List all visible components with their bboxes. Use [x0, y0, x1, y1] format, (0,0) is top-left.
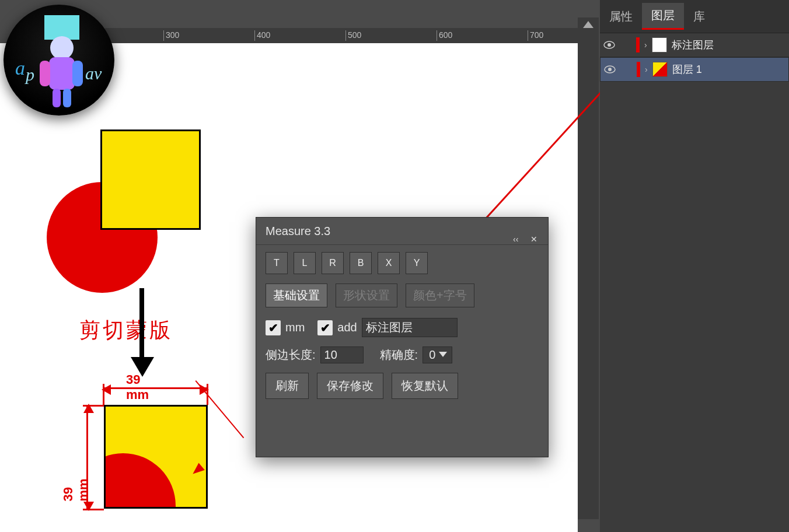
options-row: ✔ mm ✔ add 标注图层	[266, 318, 539, 337]
chevron-right-icon[interactable]: ›	[645, 65, 648, 74]
chevron-down-icon	[439, 352, 447, 357]
edge-button-row: T L R B X Y	[266, 252, 539, 274]
scroll-up-icon	[583, 21, 594, 28]
svg-rect-7	[53, 89, 61, 107]
action-row: 刷新 保存修改 恢复默认	[266, 373, 539, 399]
layer-row[interactable]: › 图层 1	[600, 57, 789, 82]
svg-rect-6	[72, 61, 83, 86]
ruler-tick: 500	[345, 30, 361, 41]
axis-x-button[interactable]: X	[378, 252, 400, 274]
side-panel: 属性 图层 库 › 标注图层 › 图层 1	[600, 0, 789, 532]
svg-text:a: a	[15, 57, 25, 79]
layer-color-swatch	[637, 62, 640, 77]
checkbox-add[interactable]: ✔	[317, 320, 333, 335]
tab-properties[interactable]: 属性	[600, 4, 642, 29]
visibility-icon[interactable]	[604, 65, 616, 74]
logo-badge: a p av	[4, 5, 114, 116]
tab-basic-settings[interactable]: 基础设置	[266, 284, 327, 307]
precision-label: 精确度:	[380, 347, 418, 363]
svg-point-15	[608, 68, 612, 71]
precision-select[interactable]: 0	[423, 346, 452, 363]
close-icon[interactable]: ✕	[530, 226, 540, 235]
edge-left-button[interactable]: L	[294, 252, 316, 274]
layer-row[interactable]: › 标注图层	[600, 33, 789, 57]
minimize-icon[interactable]: ‹‹	[513, 226, 522, 235]
layer-name: 标注图层	[672, 38, 714, 52]
panel-body: T L R B X Y 基础设置 形状设置 颜色+字号 ✔ mm ✔ add 标…	[256, 245, 548, 406]
svg-text:p: p	[25, 65, 34, 84]
vertical-scroll-strip[interactable]	[578, 18, 599, 519]
panel-title: Measure 3.3	[266, 225, 330, 237]
refresh-button[interactable]: 刷新	[266, 373, 309, 399]
layer-thumbnail	[652, 62, 668, 77]
app-root: 300 400 500 600 700 剪切蒙版 39 mm 39 mm	[0, 0, 789, 532]
dimension-left-label: 39 mm	[61, 478, 91, 501]
svg-point-13	[608, 43, 611, 47]
edge-right-button[interactable]: R	[322, 252, 344, 274]
svg-rect-8	[63, 89, 71, 107]
ruler-tick: 600	[437, 30, 452, 41]
chevron-right-icon[interactable]: ›	[644, 40, 647, 50]
layer-color-swatch	[636, 37, 640, 52]
arrow-down-icon	[134, 288, 149, 382]
svg-text:av: av	[85, 64, 102, 83]
visibility-icon[interactable]	[603, 41, 615, 49]
svg-rect-2	[44, 15, 79, 40]
numeric-row: 侧边长度: 10 精确度: 0	[266, 346, 539, 363]
checkbox-mm-label: mm	[285, 321, 305, 334]
tab-layers[interactable]: 图层	[642, 3, 684, 30]
svg-rect-5	[40, 61, 50, 86]
svg-point-3	[50, 36, 74, 60]
edge-bottom-button[interactable]: B	[350, 252, 372, 274]
tab-shape-settings[interactable]: 形状设置	[336, 284, 397, 307]
svg-rect-4	[49, 57, 75, 90]
checkbox-add-label: add	[337, 321, 357, 334]
clipping-mask-label: 剪切蒙版	[79, 316, 173, 345]
side-length-label: 侧边长度:	[266, 347, 316, 363]
clipped-red-circle	[104, 453, 176, 509]
horizontal-ruler: 300 400 500 600 700	[105, 28, 595, 43]
reset-button[interactable]: 恢复默认	[392, 373, 458, 399]
dimension-top-label: 39 mm	[126, 372, 149, 402]
layer-thumbnail	[652, 37, 667, 52]
precision-value: 0	[429, 348, 435, 361]
ruler-tick: 700	[528, 30, 543, 41]
panel-titlebar[interactable]: Measure 3.3 ‹‹ ✕	[256, 218, 548, 245]
checkbox-mm[interactable]: ✔	[266, 320, 281, 335]
measure-panel[interactable]: Measure 3.3 ‹‹ ✕ T L R B X Y 基础设置 形状设置 颜…	[256, 217, 549, 457]
settings-tab-row: 基础设置 形状设置 颜色+字号	[266, 284, 539, 307]
edge-top-button[interactable]: T	[266, 252, 288, 274]
yellow-square-shape[interactable]	[100, 130, 201, 230]
axis-y-button[interactable]: Y	[406, 252, 428, 274]
ruler-tick: 300	[163, 30, 179, 41]
layer-name: 图层 1	[672, 62, 702, 76]
ruler-tick: 400	[254, 30, 270, 41]
layer-name-input[interactable]: 标注图层	[362, 318, 458, 337]
tab-library[interactable]: 库	[684, 4, 714, 29]
side-length-input[interactable]: 10	[320, 346, 364, 363]
side-tab-row: 属性 图层 库	[600, 0, 789, 33]
tab-color-font[interactable]: 颜色+字号	[406, 284, 474, 307]
save-button[interactable]: 保存修改	[317, 373, 383, 399]
